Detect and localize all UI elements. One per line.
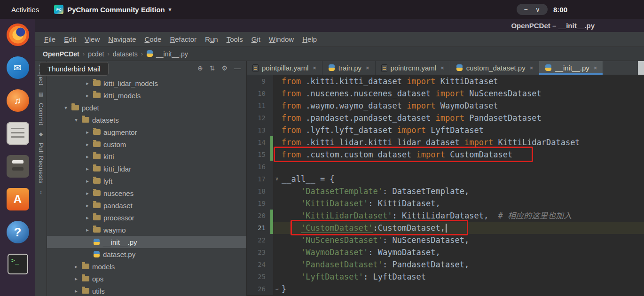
line-number[interactable]: 9 xyxy=(247,75,270,87)
tree-item-pcdet[interactable]: ▾pcdet xyxy=(47,101,246,114)
menu-item-window[interactable]: Window xyxy=(265,33,298,45)
line-number[interactable]: 23 xyxy=(247,246,270,258)
line-number[interactable]: 26 xyxy=(247,283,270,295)
line-number[interactable]: 16 xyxy=(247,161,270,173)
code-line-10[interactable]: 10from .nuscenes.nuscenes_dataset import… xyxy=(247,87,644,100)
breadcrumb-item-datasets[interactable]: datasets xyxy=(113,50,138,58)
chevron-collapsed-icon[interactable]: ▸ xyxy=(85,80,90,86)
chevron-collapsed-icon[interactable]: ▸ xyxy=(85,215,90,221)
chevron-expanded-icon[interactable]: ▾ xyxy=(63,105,69,111)
chevron-collapsed-icon[interactable]: ▸ xyxy=(85,227,90,233)
line-number[interactable]: 20 xyxy=(247,210,270,222)
chevron-collapsed-icon[interactable]: ▸ xyxy=(85,129,90,135)
chevron-collapsed-icon[interactable]: ▸ xyxy=(85,203,90,209)
tree-item-utils[interactable]: ▸utils xyxy=(47,285,246,296)
code-line-22[interactable]: 22 'NuScenesDataset': NuScenesDataset, xyxy=(247,234,644,246)
chevron-collapsed-icon[interactable]: ▸ xyxy=(85,141,90,148)
tree-item-ops[interactable]: ▸ops xyxy=(47,273,246,285)
chevron-collapsed-icon[interactable]: ▸ xyxy=(73,264,79,270)
close-tab-icon[interactable]: × xyxy=(313,64,316,71)
tool-window-button-commit[interactable]: Commit xyxy=(38,103,45,125)
text-editor-icon[interactable] xyxy=(7,122,29,145)
code-line-19[interactable]: 19 'KittiDataset': KittiDataset, xyxy=(247,197,644,210)
editor-tab-train-py[interactable]: train.py× xyxy=(322,61,376,75)
menu-item-navigate[interactable]: Navigate xyxy=(104,33,140,45)
tree-item-augmentor[interactable]: ▸augmentor xyxy=(47,126,246,138)
clock[interactable]: 8:00 xyxy=(553,6,567,14)
line-number[interactable]: 10 xyxy=(247,87,270,100)
code-line-26[interactable]: 26⌐} xyxy=(247,283,644,295)
tree-item-pandaset[interactable]: ▸pandaset xyxy=(47,199,246,211)
code-line-24[interactable]: 24 'PandasetDataset': PandasetDataset, xyxy=(247,258,644,271)
chevron-collapsed-icon[interactable]: ▸ xyxy=(85,166,90,172)
chevron-collapsed-icon[interactable]: ▸ xyxy=(85,178,90,184)
firefox-icon[interactable] xyxy=(7,23,29,46)
code-editor[interactable]: 9from .kitti.kitti_dataset import KittiD… xyxy=(247,75,644,296)
line-number[interactable]: 13 xyxy=(247,124,270,136)
activities-button[interactable]: Activities xyxy=(7,4,44,16)
menu-item-code[interactable]: Code xyxy=(141,33,166,45)
close-tab-icon[interactable]: × xyxy=(440,64,444,71)
files-icon[interactable] xyxy=(7,155,29,178)
rhythmbox-icon[interactable]: ♫ xyxy=(7,89,29,112)
minimize-icon[interactable]: − xyxy=(524,6,528,13)
line-number[interactable]: 21 xyxy=(247,222,270,234)
editor-tab-init-py[interactable]: __init__.py× xyxy=(539,61,603,75)
menu-item-edit[interactable]: Edit xyxy=(60,33,80,45)
chevron-collapsed-icon[interactable]: ▸ xyxy=(85,154,90,160)
tool-window-button-pull-requests[interactable]: Pull Requests xyxy=(38,143,45,184)
tree-item-models[interactable]: ▸models xyxy=(47,260,246,273)
breadcrumb-item-openpcdet[interactable]: OpenPCDet xyxy=(43,50,79,58)
menu-item-view[interactable]: View xyxy=(80,33,104,45)
menu-item-tools[interactable]: Tools xyxy=(222,33,247,45)
code-line-25[interactable]: 25 'LyftDataset': LyftDataset xyxy=(247,271,644,283)
pycharm-title-bar[interactable]: OpenPCDet – __init__.py xyxy=(35,19,644,32)
tree-item-processor[interactable]: ▸processor xyxy=(47,211,246,224)
menu-item-run[interactable]: Run xyxy=(201,33,222,45)
chevron-collapsed-icon[interactable]: ▸ xyxy=(85,190,90,196)
code-line-13[interactable]: 13from .lyft.lyft_dataset import LyftDat… xyxy=(247,124,644,136)
editor-tab-pointrcnn-yaml[interactable]: pointrcnn.yaml× xyxy=(376,61,450,75)
chevron-expanded-icon[interactable]: ▾ xyxy=(73,117,79,123)
code-line-11[interactable]: 11from .waymo.waymo_dataset import Waymo… xyxy=(247,100,644,112)
menu-item-git[interactable]: Git xyxy=(247,33,265,45)
code-line-12[interactable]: 12from .pandaset.pandaset_dataset import… xyxy=(247,112,644,124)
app-menu-button[interactable]: PC PyCharm Community Edition ▾ xyxy=(54,5,171,14)
thunderbird-icon[interactable]: ✉ xyxy=(7,56,29,79)
code-line-16[interactable]: 16 xyxy=(247,161,644,173)
tree-item-kitti-lidar[interactable]: ▸kitti_lidar xyxy=(47,163,246,175)
close-tab-icon[interactable]: × xyxy=(594,64,597,71)
tree-item-datasets[interactable]: ▾datasets xyxy=(47,114,246,126)
locate-file-icon[interactable]: ⊕ xyxy=(197,64,203,72)
ubuntu-software-icon[interactable]: A xyxy=(7,188,29,210)
code-line-18[interactable]: 18 'DatasetTemplate': DatasetTemplate, xyxy=(247,185,644,197)
editor-tab-pointpillar-yaml[interactable]: pointpillar.yaml× xyxy=(247,61,322,75)
tree-item-waymo[interactable]: ▸waymo xyxy=(47,224,246,236)
menu-item-file[interactable]: File xyxy=(40,33,60,45)
tree-item-kitti[interactable]: ▸kitti xyxy=(47,150,246,163)
line-number[interactable]: 19 xyxy=(247,197,270,210)
line-number[interactable]: 17 xyxy=(247,173,270,185)
chevron-collapsed-icon[interactable]: ▸ xyxy=(73,288,79,294)
tree-item-custom[interactable]: ▸custom xyxy=(47,138,246,150)
line-number[interactable]: 18 xyxy=(247,185,270,197)
editor-tab-custom-dataset-py[interactable]: custom_dataset.py× xyxy=(450,61,540,75)
tree-item-nuscenes[interactable]: ▸nuscenes xyxy=(47,187,246,199)
chevron-collapsed-icon[interactable]: ▸ xyxy=(85,93,90,99)
line-number[interactable]: 14 xyxy=(247,136,270,148)
chevron-down-icon[interactable]: ∨ xyxy=(535,6,540,13)
line-number[interactable]: 24 xyxy=(247,258,270,271)
breadcrumb-item-init-py[interactable]: __init__.py xyxy=(146,50,188,58)
menu-item-help[interactable]: Help xyxy=(298,33,321,45)
line-number[interactable]: 15 xyxy=(247,148,270,161)
collapse-all-icon[interactable]: ⇅ xyxy=(210,64,215,72)
tree-item-dataset-py[interactable]: dataset.py xyxy=(47,248,246,260)
tree-item-kitti-lidar-models[interactable]: ▸kitti_lidar_models xyxy=(47,77,246,89)
help-icon[interactable]: ? xyxy=(7,221,29,243)
line-number[interactable]: 12 xyxy=(247,112,270,124)
close-tab-icon[interactable]: × xyxy=(530,64,534,71)
line-number[interactable]: 22 xyxy=(247,234,270,246)
close-tab-icon[interactable]: × xyxy=(366,64,369,71)
chevron-collapsed-icon[interactable]: ▸ xyxy=(73,276,79,282)
line-number[interactable]: 25 xyxy=(247,271,270,283)
